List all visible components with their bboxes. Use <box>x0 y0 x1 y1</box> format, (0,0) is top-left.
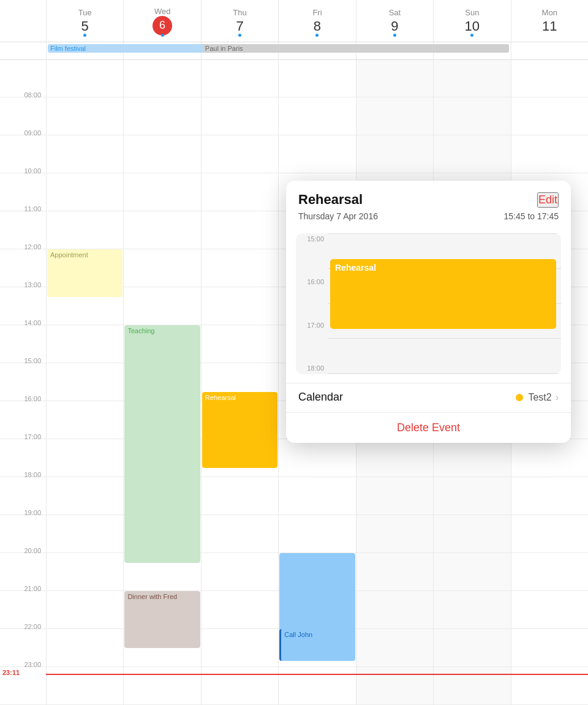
hour-cell-3-19 <box>279 515 355 553</box>
time-label: 10:00 <box>24 167 41 175</box>
time-label: 09:00 <box>24 129 41 137</box>
hour-cell-6-7 <box>511 60 588 97</box>
day-header-wed[interactable]: Wed6 <box>123 0 200 42</box>
day-name: Tue <box>78 8 92 17</box>
hour-cell-5-19 <box>434 515 510 553</box>
hour-cell-6-17 <box>511 439 588 477</box>
hour-cell-0-22 <box>47 629 123 667</box>
hour-cell-0-7 <box>47 60 123 97</box>
hour-cell-0-17 <box>47 439 123 477</box>
calendar-color-dot <box>516 394 523 401</box>
header-days: Tue5Wed6Thu7Fri8Sat9Sun10Mon11 <box>46 0 588 42</box>
event-call-john[interactable]: Call John <box>279 629 355 661</box>
popup-time: 15:45 to 17:45 <box>503 211 559 221</box>
hour-cell-1-8 <box>124 97 200 135</box>
mini-event-area: Rehearsal <box>328 233 561 374</box>
hour-cell-6-20 <box>511 553 588 591</box>
mini-hour-line <box>328 233 561 234</box>
hour-cell-6-23 <box>511 667 588 705</box>
time-label: 15:00 <box>24 357 41 364</box>
hour-cell-1-7 <box>124 60 200 97</box>
hour-cell-3-18 <box>279 477 355 515</box>
day-name: Fri <box>312 8 322 17</box>
hour-cell-5-7 <box>434 60 510 97</box>
hour-cell-4-17 <box>356 439 433 477</box>
hour-cell-2-22 <box>202 629 278 667</box>
popup-calendar-row[interactable]: Calendar Test2 › <box>286 383 571 412</box>
hour-cell-0-20 <box>47 553 123 591</box>
hour-cell-4-7 <box>356 60 433 97</box>
hour-cell-6-9 <box>511 135 588 173</box>
time-label: 14:00 <box>24 319 41 326</box>
hour-cell-5-22 <box>434 629 510 667</box>
event-dinner-with-fred[interactable]: Dinner with Fred <box>124 591 200 648</box>
time-label: 08:00 <box>24 91 41 99</box>
hour-cell-0-15 <box>47 363 123 401</box>
day-name: Sat <box>389 8 401 17</box>
hour-cell-0-16 <box>47 401 123 439</box>
day-header-sat[interactable]: Sat9 <box>356 0 433 42</box>
hour-cell-3-17 <box>279 439 355 477</box>
day-num: 5 <box>81 18 89 34</box>
mini-event-label: Rehearsal <box>335 263 376 273</box>
hour-cell-4-8 <box>356 97 433 135</box>
paul-in-paris-event[interactable]: Paul in Paris <box>203 44 509 53</box>
hour-cell-6-22 <box>511 629 588 667</box>
hour-cell-2-23 <box>202 667 278 705</box>
hour-cell-5-8 <box>434 97 510 135</box>
event-teaching[interactable]: Teaching <box>124 325 200 563</box>
day-header-mon[interactable]: Mon11 <box>511 0 588 42</box>
delete-event-button[interactable]: Delete Event <box>295 421 562 434</box>
hour-cell-4-20 <box>356 553 433 591</box>
mini-rehearsal-event[interactable]: Rehearsal <box>330 259 556 329</box>
hour-cell-2-21 <box>202 591 278 629</box>
day-header-tue[interactable]: Tue5 <box>46 0 123 42</box>
hour-cell-2-14 <box>202 325 278 363</box>
hour-cell-2-18 <box>202 477 278 515</box>
mini-hour-line <box>328 373 561 374</box>
hour-cell-6-19 <box>511 515 588 553</box>
allday-col-0: Film festival <box>46 42 123 59</box>
time-label: 21:00 <box>24 585 41 592</box>
hour-cell-1-10 <box>124 173 200 211</box>
time-label: 07:00 <box>24 60 41 61</box>
hour-cell-3-9 <box>279 135 355 173</box>
day-header-sun[interactable]: Sun10 <box>433 0 510 42</box>
event-dot <box>238 34 241 37</box>
time-label: 16:00 <box>24 395 41 402</box>
hour-cell-0-21 <box>47 591 123 629</box>
event-dot <box>83 34 86 37</box>
hour-cell-0-14 <box>47 325 123 363</box>
event-appointment[interactable]: Appointment <box>47 249 123 297</box>
day-num: 8 <box>314 18 321 34</box>
event-dot <box>393 34 396 37</box>
hour-cell-0-11 <box>47 211 123 249</box>
hour-cell-4-22 <box>356 629 433 667</box>
hour-cell-4-18 <box>356 477 433 515</box>
event-rehearsal[interactable]: Rehearsal <box>202 392 277 468</box>
time-label: 11:00 <box>24 205 41 213</box>
hour-cell-3-23 <box>279 667 355 705</box>
day-header-thu[interactable]: Thu7 <box>201 0 278 42</box>
time-label: 20:00 <box>24 547 41 554</box>
day-name: Thu <box>233 8 246 17</box>
mini-hour-line <box>328 338 561 339</box>
event-dot <box>161 34 164 37</box>
chevron-right-icon: › <box>556 392 559 403</box>
hour-cell-0-10 <box>47 173 123 211</box>
hour-cell-5-18 <box>434 477 510 515</box>
hour-cell-1-13 <box>124 287 200 325</box>
popup-edit-button[interactable]: Edit <box>537 192 559 208</box>
calendar-header: Tue5Wed6Thu7Fri8Sat9Sun10Mon11 <box>0 0 588 42</box>
current-time-label: 23:11 <box>2 669 20 676</box>
day-num: 9 <box>391 18 398 34</box>
allday-col-6 <box>511 42 588 59</box>
hour-cell-1-9 <box>124 135 200 173</box>
time-label: 23:00 <box>24 661 41 668</box>
hour-cell-1-23 <box>124 667 200 705</box>
hour-cell-0-18 <box>47 477 123 515</box>
allday-row: Film festivalPaul in Paris <box>0 42 588 60</box>
hour-cell-2-7 <box>202 60 278 97</box>
day-header-fri[interactable]: Fri8 <box>278 0 355 42</box>
day-name: Sun <box>465 8 479 17</box>
